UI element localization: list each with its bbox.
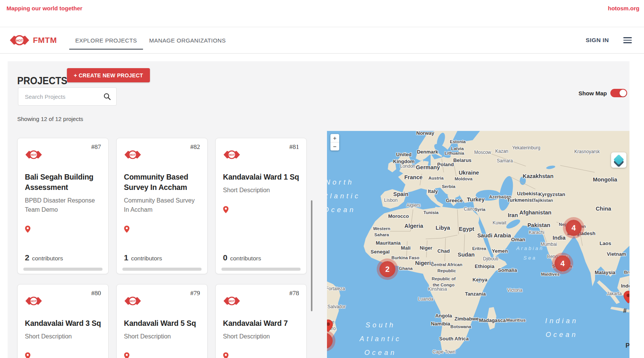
project-id: #82 (190, 143, 200, 151)
main-nav: EXPLORE PROJECTS MANAGE ORGANIZATIONS (69, 27, 232, 53)
project-card-grid: HOT #87 Bali Segah Building Assessment B… (17, 138, 307, 358)
svg-text:HOT: HOT (16, 39, 23, 43)
page-title: PROJECTS (17, 75, 67, 87)
progress-bar (221, 268, 301, 271)
brand-logo[interactable]: HOT FMTM (9, 33, 57, 47)
zoom-out-button[interactable]: − (330, 142, 339, 150)
project-cluster-marker[interactable]: 4 (566, 220, 582, 236)
hot-logo-icon: HOT (25, 149, 42, 162)
map-landmass (327, 131, 629, 358)
svg-text:HOT: HOT (229, 153, 235, 157)
hot-logo-icon: HOT (223, 149, 241, 162)
project-description: BPBD Disaster Response Team Demo (25, 196, 101, 214)
search-icon (103, 93, 111, 100)
progress-bar (23, 268, 102, 271)
project-title: Kandavali Ward 5 Sq (124, 318, 200, 329)
location-pin-icon (223, 206, 299, 214)
hotosm-link[interactable]: hotosm.org (608, 5, 640, 11)
project-card[interactable]: HOT #82 Community Based Survey In Accham… (116, 138, 208, 274)
project-card[interactable]: HOT #87 Bali Segah Building Assessment B… (17, 138, 109, 274)
project-card[interactable]: HOT #80 Kandavalai Ward 3 Sq Short Descr… (17, 284, 109, 358)
svg-text:HOT: HOT (130, 299, 136, 303)
project-id: #81 (289, 143, 299, 151)
show-map-label: Show Map (579, 90, 607, 96)
location-pin-icon (223, 352, 299, 358)
project-card[interactable]: HOT #78 Kandavalai Ward 7 Short Descript… (215, 284, 307, 358)
hot-logo-icon: HOT (124, 149, 141, 162)
project-id: #80 (91, 289, 101, 297)
fmtm-app: Mapping our world together hotosm.org HO… (0, 0, 644, 358)
contributors: 2contributors (25, 253, 63, 262)
tagline: Mapping our world together (7, 5, 82, 11)
project-description: Short Description (223, 332, 299, 341)
hamburger-menu-icon[interactable] (623, 36, 632, 45)
sign-in-button[interactable]: SIGN IN (585, 37, 609, 44)
project-pin-marker[interactable] (623, 291, 629, 305)
hot-logo-icon: HOT (124, 295, 141, 309)
brand-name: FMTM (33, 36, 57, 45)
progress-bar (122, 268, 202, 271)
project-description: Short Description (124, 332, 200, 341)
contributors: 1contributors (124, 253, 162, 262)
location-pin-icon (124, 225, 200, 233)
cards-scrollbar[interactable] (311, 200, 312, 311)
project-cluster-marker[interactable]: 2 (379, 261, 395, 277)
show-map-toggle[interactable] (610, 89, 627, 97)
header-right: SIGN IN (585, 36, 632, 45)
project-title: Community Based Survey In Accham (124, 172, 200, 193)
project-cluster-marker[interactable]: 4 (555, 255, 571, 271)
project-id: #78 (289, 289, 299, 297)
map-layers-button[interactable] (611, 152, 626, 168)
project-description: Community Based Survey In Accham (124, 196, 200, 214)
project-card[interactable]: HOT #79 Kandavali Ward 5 Sq Short Descri… (116, 284, 208, 358)
projects-map[interactable]: NorwayEstoniaLatviaLithuaniaDenmarkUnite… (327, 131, 629, 358)
project-description: Short Description (25, 332, 101, 341)
search-input[interactable] (24, 93, 103, 100)
project-id: #87 (91, 143, 101, 151)
location-pin-icon (124, 352, 200, 358)
contributors: 0contributors (223, 253, 261, 262)
search-box (18, 87, 117, 106)
project-id: #79 (190, 289, 200, 297)
tab-manage-organizations[interactable]: MANAGE ORGANIZATIONS (143, 27, 232, 53)
project-description: Short Description (223, 186, 299, 195)
hot-logo-icon: HOT (25, 295, 42, 309)
project-card[interactable]: HOT #81 Kandavalai Ward 1 Sq Short Descr… (215, 138, 307, 274)
project-title: Kandavalai Ward 7 (223, 318, 299, 329)
create-new-project-button[interactable]: + CREATE NEW PROJECT (67, 68, 150, 82)
project-pin-marker[interactable] (327, 319, 333, 334)
svg-text:HOT: HOT (130, 153, 136, 157)
zoom-in-button[interactable]: + (330, 134, 339, 142)
app-header: HOT FMTM EXPLORE PROJECTS MANAGE ORGANIZ… (0, 27, 644, 54)
tab-explore-projects[interactable]: EXPLORE PROJECTS (69, 27, 143, 53)
projects-panel: PROJECTS + CREATE NEW PROJECT Show Map S… (8, 61, 629, 358)
show-map-control: Show Map (579, 89, 627, 97)
svg-text:HOT: HOT (229, 299, 235, 303)
project-title: Kandavalai Ward 1 Sq (223, 172, 299, 182)
project-title: Kandavalai Ward 3 Sq (25, 318, 101, 329)
svg-text:HOT: HOT (31, 299, 37, 303)
map-zoom-control: + − (330, 134, 339, 150)
top-bar: Mapping our world together hotosm.org (0, 0, 644, 27)
location-pin-icon (25, 225, 101, 233)
svg-text:HOT: HOT (31, 153, 37, 157)
results-count: Showing 12 of 12 projects (17, 116, 83, 122)
project-title: Bali Segah Building Assessment (25, 172, 101, 193)
hot-logo-icon: HOT (9, 33, 30, 47)
hot-logo-icon: HOT (223, 295, 241, 309)
location-pin-icon (25, 352, 101, 358)
